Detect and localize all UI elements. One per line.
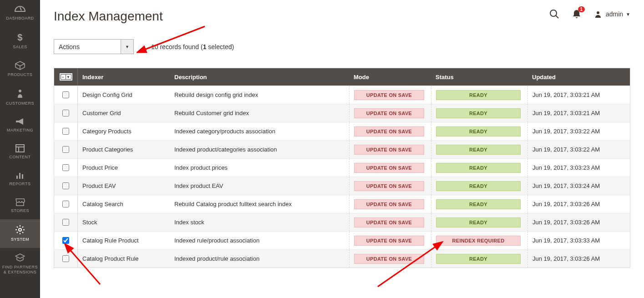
- row-checkbox[interactable]: [62, 91, 69, 98]
- cell-status: READY: [431, 141, 527, 158]
- status-badge: READY: [436, 254, 521, 264]
- row-checkbox[interactable]: [62, 237, 69, 244]
- row-checkbox[interactable]: [62, 219, 69, 226]
- cell-status: REINDEX REQUIRED: [431, 232, 527, 249]
- mode-badge: UPDATE ON SAVE: [354, 126, 424, 136]
- cell-indexer: Product Categories: [78, 146, 170, 153]
- cell-status: READY: [431, 104, 527, 122]
- cell-updated: Jun 19, 2017, 3:03:26 AM: [527, 213, 630, 231]
- chevron-down-icon[interactable]: ▼: [66, 74, 71, 80]
- cell-indexer: Product Price: [78, 164, 170, 171]
- gear-icon: [15, 225, 25, 235]
- row-checkbox[interactable]: [62, 164, 69, 171]
- table-row: Stock Index stock UPDATE ON SAVE READY J…: [54, 213, 630, 231]
- sidebar-item-label: SALES: [13, 45, 27, 49]
- person-icon: [17, 89, 23, 99]
- svg-rect-2: [16, 145, 24, 152]
- row-checkbox[interactable]: [62, 201, 69, 207]
- layout-icon: [15, 144, 25, 152]
- cell-description: Indexed category/products association: [170, 128, 349, 135]
- cell-mode: UPDATE ON SAVE: [349, 86, 431, 104]
- actions-dropdown[interactable]: Actions ▼: [54, 39, 134, 54]
- sidebar-item-stores[interactable]: STORES: [0, 192, 40, 219]
- grid-header: −▼ Indexer Description Mode Status Updat…: [54, 68, 630, 86]
- sidebar-item-content[interactable]: CONTENT: [0, 139, 40, 166]
- row-checkbox[interactable]: [62, 255, 69, 262]
- sidebar-item-label: STORES: [11, 208, 29, 213]
- table-row: Design Config Grid Rebuild design config…: [54, 86, 630, 104]
- sidebar-item-marketing[interactable]: MARKETING: [0, 112, 40, 139]
- cell-updated: Jun 19, 2017, 3:03:33 AM: [527, 232, 630, 249]
- svg-rect-5: [16, 176, 18, 179]
- dollar-icon: $: [17, 32, 23, 42]
- row-checkbox[interactable]: [62, 128, 69, 135]
- cell-indexer: Catalog Search: [78, 201, 170, 207]
- sidebar-item-label: SYSTEM: [11, 237, 29, 242]
- user-name: admin: [606, 10, 623, 18]
- status-badge: READY: [436, 126, 521, 136]
- sidebar-item-reports[interactable]: REPORTS: [0, 166, 40, 192]
- cell-description: Indexed product/rule association: [170, 255, 349, 262]
- cell-mode: UPDATE ON SAVE: [349, 122, 431, 140]
- dashboard-icon: [14, 5, 26, 14]
- table-row: Customer Grid Rebuild Customer grid inde…: [54, 104, 630, 122]
- cell-indexer: Catalog Rule Product: [78, 237, 170, 244]
- svg-text:$: $: [17, 32, 23, 42]
- cell-indexer: Product EAV: [78, 182, 170, 189]
- actions-row: Actions ▼ 10 records found (1 selected): [54, 39, 630, 54]
- cell-indexer: Design Config Grid: [78, 91, 170, 98]
- row-checkbox[interactable]: [62, 146, 69, 153]
- actions-dropdown-toggle[interactable]: ▼: [121, 40, 133, 54]
- notifications-icon[interactable]: 1: [572, 9, 581, 19]
- col-header-status[interactable]: Status: [431, 68, 527, 86]
- minus-icon[interactable]: −: [61, 74, 66, 80]
- svg-point-1: [19, 90, 21, 92]
- user-menu[interactable]: admin▼: [594, 10, 630, 18]
- select-all-control[interactable]: −▼: [60, 73, 72, 81]
- header-actions: 1 admin▼: [549, 9, 630, 19]
- cell-mode: UPDATE ON SAVE: [349, 195, 431, 213]
- cell-indexer: Catalog Product Rule: [78, 255, 170, 262]
- table-row: Product Categories Indexed product/categ…: [54, 140, 630, 158]
- page-header: Index Management 1 admin▼: [54, 9, 630, 24]
- table-row: Product EAV Index product EAV UPDATE ON …: [54, 177, 630, 195]
- cell-mode: UPDATE ON SAVE: [349, 104, 431, 122]
- sidebar-item-products[interactable]: PRODUCTS: [0, 56, 40, 83]
- cell-indexer: Customer Grid: [78, 110, 170, 116]
- col-header-updated[interactable]: Updated: [527, 68, 630, 86]
- row-checkbox[interactable]: [62, 182, 69, 189]
- cell-indexer: Stock: [78, 219, 170, 226]
- cell-status: READY: [431, 122, 527, 140]
- col-header-indexer[interactable]: Indexer: [78, 74, 170, 81]
- mode-badge: UPDATE ON SAVE: [354, 217, 424, 227]
- mode-badge: UPDATE ON SAVE: [354, 108, 424, 118]
- row-checkbox[interactable]: [62, 110, 69, 116]
- sidebar-item-customers[interactable]: CUSTOMERS: [0, 83, 40, 112]
- col-header-mode[interactable]: Mode: [349, 68, 431, 86]
- col-header-description[interactable]: Description: [170, 74, 349, 81]
- cell-status: READY: [431, 213, 527, 231]
- sidebar-item-label: REPORTS: [10, 182, 31, 186]
- cell-status: READY: [431, 177, 527, 195]
- svg-rect-7: [22, 174, 23, 179]
- records-found: 10 records found (1 selected): [151, 43, 234, 51]
- partners-icon: [15, 253, 25, 263]
- table-row: Catalog Product Rule Indexed product/rul…: [54, 249, 630, 268]
- admin-sidebar: DASHBOARD $ SALES PRODUCTS CUSTOMERS MAR…: [0, 0, 40, 298]
- cell-mode: UPDATE ON SAVE: [349, 141, 431, 158]
- cell-description: Index product prices: [170, 164, 349, 171]
- sidebar-item-system[interactable]: SYSTEM: [0, 219, 40, 248]
- table-row: Category Products Indexed category/produ…: [54, 122, 630, 140]
- sidebar-item-sales[interactable]: $ SALES: [0, 27, 40, 56]
- index-grid: −▼ Indexer Description Mode Status Updat…: [54, 68, 630, 268]
- sidebar-item-label: CUSTOMERS: [6, 101, 34, 106]
- search-icon[interactable]: [549, 9, 559, 19]
- sidebar-item-dashboard[interactable]: DASHBOARD: [0, 0, 40, 27]
- svg-point-8: [19, 228, 21, 231]
- sidebar-item-partners[interactable]: FIND PARTNERS & EXTENSIONS: [0, 248, 40, 281]
- actions-dropdown-label: Actions: [54, 40, 121, 54]
- store-icon: [15, 198, 25, 206]
- cell-updated: Jun 19, 2017, 3:03:26 AM: [527, 250, 630, 268]
- mode-badge: UPDATE ON SAVE: [354, 199, 424, 209]
- cell-description: Rebuild design config grid index: [170, 91, 349, 98]
